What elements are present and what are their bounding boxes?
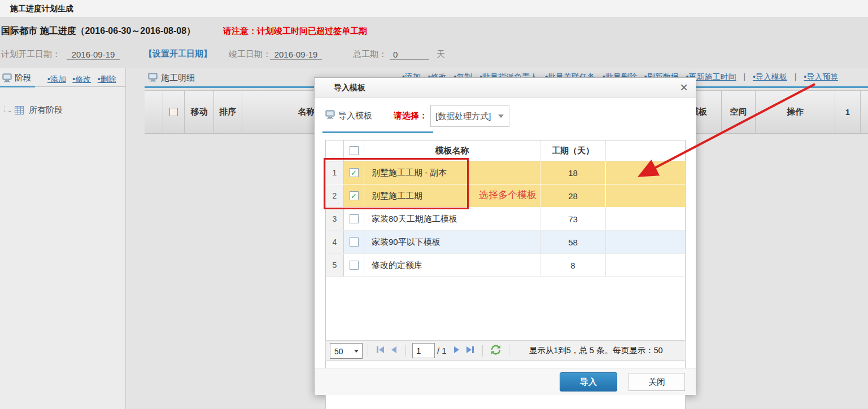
template-days: 8 [540,254,606,276]
template-row[interactable]: 3 家装80天工期施工模板 73 [326,208,685,231]
divider [405,345,406,357]
dialog-tab-underline [322,131,433,133]
template-name: 别墅施工工期 [364,184,540,207]
page-size-dropdown[interactable]: 50 [330,343,363,359]
template-name: 别墅施工工期 - 副本 [364,161,540,184]
template-table-header: 模板名称 工期（天） [326,140,685,161]
stage-add-link[interactable]: •添加 [47,74,66,83]
template-name: 家装80天工期施工模板 [364,208,540,230]
page-size-value: 50 [334,347,343,356]
row-index: 4 [326,231,344,253]
total-duration-input[interactable]: 0 [390,50,429,60]
row-checkbox-unchecked[interactable] [350,261,359,270]
tree-item-all-stages[interactable]: 所有阶段 [5,105,63,116]
chevron-down-icon [498,115,504,118]
divider [509,345,509,357]
plan-start-input[interactable]: 2016-09-19 [67,50,120,60]
stage-delete-link[interactable]: •删除 [98,74,116,83]
col-operation: 操作 [755,91,835,133]
prev-page-icon[interactable] [391,346,398,356]
row-index: 5 [326,254,344,276]
finish-date-label: 竣工日期： [229,49,271,60]
dialog-tab-row: 导入模板 请选择： [数据处理方式] [315,98,696,133]
toolbar-separator: | [795,72,797,81]
toolbar-separator: | [743,72,745,81]
tree-elbow-icon [5,106,11,112]
project-title: 国际都市 施工进度（2016-06-30～2016-08-08） [1,25,195,37]
row-extra-cell [606,208,685,230]
header-template-name: 模板名称 [364,140,540,161]
stage-tab-underline [0,86,35,87]
last-page-icon[interactable] [465,346,474,356]
monitor-icon [148,73,158,84]
template-days: 73 [540,208,606,230]
tree-item-label: 所有阶段 [29,105,63,115]
divider [368,345,368,357]
close-button[interactable]: 关闭 [629,373,685,391]
row-index: 3 [326,208,344,230]
finish-date-input[interactable]: 2016-09-19 [270,50,322,60]
total-duration-label: 总工期： [353,49,387,60]
data-mode-dropdown[interactable]: [数据处理方式] [430,105,509,127]
monitor-icon [2,73,12,85]
stage-panel-header: 阶段 •添加 •修改 •删除 [0,71,125,86]
col-move: 移动 [184,91,213,133]
stage-head-border [35,86,125,87]
header-index-cell [326,140,344,161]
stage-actions: •添加 •修改 •删除 [47,74,120,85]
page-title: 施工进度计划生成 [10,4,73,14]
set-start-date-link[interactable]: 【设置开工日期】 [144,49,212,59]
stage-panel: 阶段 •添加 •修改 •删除 所有阶段 [0,68,126,409]
toolbar-import-template-link[interactable]: •导入模板 [753,72,787,81]
chevron-down-icon [354,350,359,353]
next-page-icon[interactable] [453,346,460,356]
select-all-checkbox[interactable] [350,146,359,155]
col-checkbox [163,91,184,133]
data-mode-value: [数据处理方式] [435,111,491,122]
template-days: 58 [540,231,606,253]
template-row[interactable]: 5 修改的定额库 8 [326,254,685,277]
refresh-icon[interactable] [491,345,501,357]
row-checkbox-checked[interactable]: ✓ [350,191,359,200]
row-extra-cell [606,161,685,184]
template-row[interactable]: 4 家装90平以下模板 58 [326,231,685,254]
template-row[interactable]: 2 ✓ 别墅施工工期 28 [326,184,685,208]
page-number-input[interactable] [412,343,435,358]
import-template-dialog: 导入模板 × 导入模板 请选择： [数据处理方式] 模板名称 工期（天） [314,77,696,395]
page-total-label: / 1 [437,346,447,355]
template-days: 28 [540,184,606,207]
warning-text: 请注意：计划竣工时间已超过签单工期 [223,26,367,37]
col-sort: 排序 [213,91,242,133]
monitor-icon [325,110,335,121]
header-extra [606,140,685,161]
template-days: 18 [540,161,606,184]
plan-start-label: 计划开工日期： [1,49,60,60]
row-checkbox-unchecked[interactable] [350,238,359,247]
row-checkbox-unchecked[interactable] [350,214,359,223]
col-day-next-partial [860,91,868,133]
pagination-bar: 50 / 1 显示从1到5，总 5 条。每页 [325,340,686,361]
dialog-footer: 导入 关闭 [315,368,696,395]
col-day-1: 1 [835,91,860,133]
row-index: 1 [326,161,344,184]
template-name: 家装90平以下模板 [364,231,540,253]
dialog-tab-import-template[interactable]: 导入模板 [338,111,372,121]
template-row[interactable]: 1 ✓ 别墅施工工期 - 副本 18 [326,161,685,184]
first-page-icon[interactable] [376,346,385,356]
row-extra-cell [606,231,685,253]
date-field-row: 计划开工日期： 2016-09-19 【设置开工日期】 竣工日期： 2016-0… [0,47,868,66]
project-info-band: 国际都市 施工进度（2016-06-30～2016-08-08） 请注意：计划竣… [0,17,868,68]
stage-edit-link[interactable]: •修改 [72,74,91,83]
import-button[interactable]: 导入 [560,372,617,392]
select-all-checkbox[interactable] [169,108,178,116]
select-prompt-label: 请选择： [394,111,428,121]
toolbar-import-budget-link[interactable]: •导入预算 [804,72,838,81]
detail-panel-title: 施工明细 [161,73,195,83]
close-icon[interactable]: × [680,80,688,95]
row-index: 2 [326,184,344,207]
row-extra-cell [606,254,685,276]
header-duration: 工期（天） [540,140,606,161]
days-unit-label: 天 [437,49,445,60]
row-checkbox-checked[interactable]: ✓ [350,168,359,177]
dialog-titlebar[interactable]: 导入模板 × [315,78,696,98]
